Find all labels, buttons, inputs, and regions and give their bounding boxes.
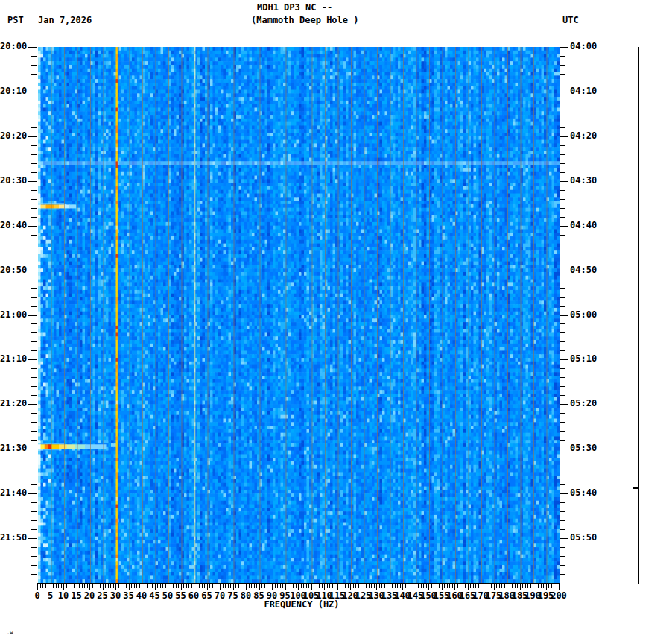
right-time-label: 05:20	[570, 399, 597, 408]
freq-major-tick	[494, 584, 495, 590]
freq-minor-tick	[317, 584, 317, 588]
freq-minor-tick	[301, 584, 302, 588]
freq-minor-tick	[538, 584, 539, 588]
freq-major-tick	[533, 584, 533, 590]
time-major-tick	[560, 136, 568, 137]
freq-minor-tick	[53, 584, 54, 588]
freq-major-tick	[416, 584, 416, 590]
time-minor-tick	[31, 476, 37, 476]
freq-major-tick	[63, 584, 64, 590]
time-minor-tick	[560, 529, 565, 530]
freq-minor-tick	[489, 584, 489, 588]
time-minor-tick	[560, 110, 565, 110]
freq-minor-tick	[238, 584, 239, 588]
freq-major-tick	[285, 584, 286, 590]
freq-minor-tick	[421, 584, 422, 588]
freq-major-tick	[194, 584, 194, 590]
time-minor-tick	[31, 458, 37, 458]
time-minor-tick	[31, 502, 37, 503]
left-time-label: 21:20	[0, 399, 27, 408]
time-minor-tick	[31, 350, 37, 351]
time-minor-tick	[31, 190, 37, 191]
freq-minor-tick	[254, 584, 255, 588]
freq-minor-tick	[82, 584, 83, 588]
time-minor-tick	[560, 101, 565, 101]
freq-major-tick	[337, 584, 338, 590]
freq-minor-tick	[486, 584, 486, 588]
freq-minor-tick	[381, 584, 382, 588]
freq-minor-tick	[48, 584, 48, 588]
freq-minor-tick	[134, 584, 135, 588]
time-minor-tick	[31, 547, 37, 548]
freq-minor-tick	[261, 584, 262, 588]
right-time-label: 04:20	[570, 131, 597, 141]
freq-minor-tick	[470, 584, 471, 588]
right-time-label: 04:10	[570, 86, 597, 96]
time-minor-tick	[560, 341, 565, 342]
freq-minor-tick	[209, 584, 210, 588]
left-time-label: 20:20	[0, 131, 27, 141]
time-minor-tick	[560, 332, 565, 333]
time-minor-tick	[560, 127, 565, 128]
freq-minor-tick	[215, 584, 215, 588]
freq-minor-tick	[434, 584, 434, 588]
time-minor-tick	[560, 65, 565, 66]
time-minor-tick	[31, 332, 37, 333]
timezone-left-label: PST	[7, 16, 24, 25]
time-major-tick	[28, 181, 37, 182]
freq-minor-tick	[423, 584, 424, 588]
right-time-label: 05:40	[570, 488, 597, 498]
time-minor-tick	[31, 323, 37, 324]
freq-minor-tick	[296, 584, 297, 588]
freq-minor-tick	[280, 584, 281, 588]
time-major-tick	[28, 404, 37, 405]
time-major-tick	[560, 449, 568, 449]
freq-minor-tick	[439, 584, 440, 588]
freq-major-tick	[481, 584, 481, 590]
freq-major-tick	[51, 584, 51, 590]
freq-minor-tick	[387, 584, 387, 588]
freq-minor-tick	[118, 584, 119, 588]
freq-major-tick	[298, 584, 299, 590]
right-time-label: 05:10	[570, 354, 597, 364]
freq-minor-tick	[418, 584, 419, 588]
time-minor-tick	[31, 208, 37, 209]
time-minor-tick	[560, 244, 565, 244]
freq-minor-tick	[322, 584, 323, 588]
freq-minor-tick	[536, 584, 536, 588]
freq-minor-tick	[397, 584, 398, 588]
time-minor-tick	[560, 297, 565, 298]
freq-minor-tick	[199, 584, 200, 588]
freq-minor-tick	[131, 584, 132, 588]
freq-minor-tick	[56, 584, 57, 588]
freq-minor-tick	[343, 584, 343, 588]
time-minor-tick	[560, 476, 565, 476]
freq-minor-tick	[84, 584, 85, 588]
freq-minor-tick	[379, 584, 380, 588]
freq-minor-tick	[517, 584, 518, 588]
freq-minor-tick	[264, 584, 265, 588]
freq-major-tick	[220, 584, 221, 590]
time-minor-tick	[560, 190, 565, 191]
freq-major-tick	[129, 584, 130, 590]
time-major-tick	[560, 181, 568, 182]
freq-minor-tick	[241, 584, 241, 588]
freq-minor-tick	[405, 584, 406, 588]
freq-minor-tick	[235, 584, 236, 588]
time-minor-tick	[31, 395, 37, 396]
freq-major-tick	[181, 584, 182, 590]
time-minor-tick	[560, 413, 565, 414]
time-minor-tick	[560, 163, 565, 164]
time-major-tick	[560, 538, 568, 539]
time-minor-tick	[560, 556, 565, 557]
freq-minor-tick	[267, 584, 267, 588]
freq-minor-tick	[522, 584, 523, 588]
time-minor-tick	[560, 440, 565, 441]
time-major-tick	[28, 538, 37, 539]
freq-minor-tick	[275, 584, 276, 588]
time-major-tick	[28, 315, 37, 316]
time-major-tick	[28, 92, 37, 92]
time-minor-tick	[31, 83, 37, 83]
freq-minor-tick	[58, 584, 59, 588]
time-minor-tick	[560, 458, 565, 458]
